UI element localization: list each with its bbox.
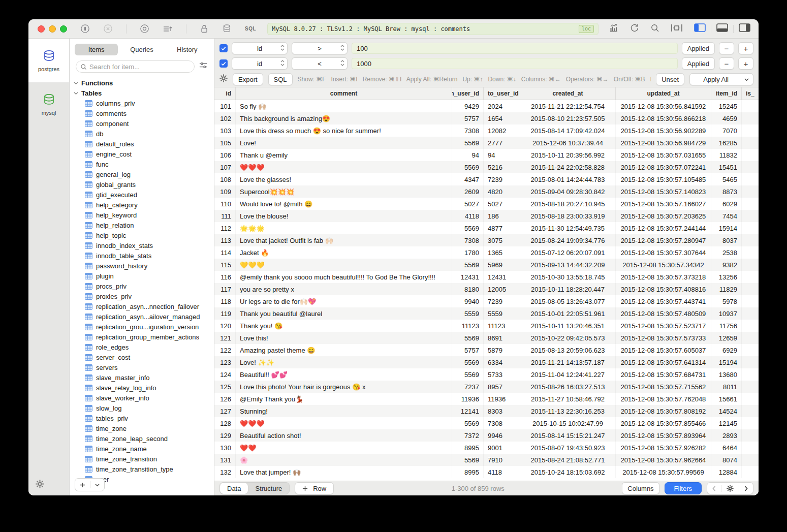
cell-to_user_id[interactable]: 1654 [484,112,520,124]
cell-from_user_id[interactable]: 9429 [452,100,484,112]
zoom-window-button[interactable] [60,25,67,33]
column-header-from_user_id[interactable]: from_user_id [452,87,484,100]
cell-from_user_id[interactable]: 7308 [452,124,484,137]
cell-is_[interactable] [742,210,759,222]
cell-id[interactable]: 107 [214,161,236,173]
cell-comment[interactable]: Love this! [236,332,452,344]
toggle-left-panel-icon[interactable] [694,23,706,34]
column-header-updated_at[interactable]: updated_at [616,87,711,100]
filter-settings-gear-icon[interactable] [219,74,228,84]
cell-id[interactable]: 113 [214,234,236,246]
sql-preview-button[interactable]: SQL [268,73,293,85]
cell-updated_at[interactable]: 2015-12-08 15:30:57.99569 [616,466,711,478]
cell-id[interactable]: 110 [214,198,236,210]
cell-from_user_id[interactable]: 11123 [452,320,484,332]
cell-updated_at[interactable]: 2015-12-08 15:30:57.244144 [616,222,711,234]
sidebar-table-slave_relay_log_info[interactable]: slave_relay_log_info [70,383,214,393]
cell-is_[interactable] [742,320,759,332]
sidebar-table-replication_asyn-ailover_managed[interactable]: replication_asyn...ailover_managed [70,311,214,322]
cell-updated_at[interactable]: 2015-12-08 15:30:57.072241 [616,161,711,173]
cell-is_[interactable] [742,112,759,124]
cell-item_id[interactable]: 8074 [711,454,742,466]
column-header-created_at[interactable]: created_at [520,87,616,100]
cell-created_at[interactable]: 2015-10-30 13:55:18.745 [520,271,616,283]
cell-comment[interactable]: Would love to! @mith 😄 [236,198,452,210]
sidebar-table-tables_priv[interactable]: tables_priv [70,413,214,423]
cell-id[interactable]: 101 [214,100,236,112]
cell-to_user_id[interactable]: 12431 [484,271,520,283]
add-item-chevron-icon[interactable] [90,483,104,487]
cell-updated_at[interactable]: 2015-12-08 15:30:57.523717 [616,320,711,332]
cell-is_[interactable] [742,100,759,112]
cell-to_user_id[interactable]: 3075 [484,234,520,246]
cell-is_[interactable] [742,429,759,442]
cell-is_[interactable] [742,417,759,429]
cell-id[interactable]: 118 [214,295,236,307]
cell-from_user_id[interactable]: 5757 [452,344,484,356]
cell-from_user_id[interactable]: 5569 [452,356,484,368]
cell-comment[interactable]: Supercool💥💥💥 [236,185,452,198]
remove-filter-button[interactable]: − [719,57,734,70]
table-row[interactable]: 125Love this photo! Your hair is gorgeou… [214,381,759,393]
connection-postgres[interactable]: postgres [28,39,69,82]
table-row[interactable]: 114Jacket 🔥178013652015-07-12 06:20:07.0… [214,246,759,259]
cell-item_id[interactable]: 4659 [711,112,742,124]
cell-to_user_id[interactable]: 5879 [484,344,520,356]
table-row[interactable]: 105Love!556927772015-12-06 10:37:39.4420… [214,137,759,149]
cell-created_at[interactable]: 2015-07-12 06:20:07.091 [520,246,616,259]
sidebar-table-replication_group_member_actions[interactable]: replication_group_member_actions [70,332,214,342]
structure-tab[interactable]: Structure [248,483,289,494]
cell-updated_at[interactable]: 2015-12-08 15:30:57.031655 [616,149,711,161]
cell-comment[interactable]: Thank you! 😘 [236,320,452,332]
cell-comment[interactable]: @Emily Thank you💃🏾 [236,393,452,405]
cell-from_user_id[interactable]: 12141 [452,405,484,417]
cell-from_user_id[interactable]: 7308 [452,234,484,246]
cell-to_user_id[interactable]: 2777 [484,137,520,149]
unset-button[interactable]: Unset [656,73,684,85]
cell-created_at[interactable]: 2015-11-30 12:54:49.735 [520,222,616,234]
filter-column-select[interactable]: id [232,57,288,70]
cell-is_[interactable] [742,246,759,259]
cell-comment[interactable]: Love this dress so much 😍 so nice for su… [236,124,452,137]
cell-id[interactable]: 120 [214,320,236,332]
next-page-icon[interactable] [739,483,753,494]
sidebar-table-engine_cost[interactable]: engine_cost [70,149,214,159]
sidebar-table-slave_worker_info[interactable]: slave_worker_info [70,393,214,403]
cell-from_user_id[interactable]: 8180 [452,283,484,295]
cell-created_at[interactable]: 2015-08-10 21:23:57.505 [520,112,616,124]
cell-to_user_id[interactable]: 8957 [484,381,520,393]
cell-updated_at[interactable]: 2015-12-08 15:30:57.408816 [616,283,711,295]
cell-is_[interactable] [742,161,759,173]
data-tab[interactable]: Data [220,483,248,494]
table-row[interactable]: 108Love the glasses!434772392015-08-01 1… [214,173,759,185]
cell-comment[interactable]: Ur legs are to die for🙌🏻💖 [236,295,452,307]
cell-is_[interactable] [742,295,759,307]
apply-all-button[interactable]: Apply All [689,73,753,85]
sidebar-table-gtid_executed[interactable]: gtid_executed [70,190,214,200]
cell-updated_at[interactable]: 2015-12-08 15:30:57.684731 [616,368,711,381]
cell-is_[interactable] [742,124,759,137]
sidebar-table-replication_asyn-nnection_failover[interactable]: replication_asyn...nnection_failover [70,301,214,311]
cell-id[interactable]: 123 [214,356,236,368]
cell-comment[interactable]: Amazing pastel theme 😄 [236,344,452,356]
cell-from_user_id[interactable]: 7372 [452,429,484,442]
table-row[interactable]: 129Beautiful action shot!737299462015-08… [214,429,759,442]
cell-item_id[interactable]: 15245 [711,100,742,112]
cell-id[interactable]: 121 [214,332,236,344]
close-window-button[interactable] [38,25,45,33]
cell-updated_at[interactable]: 2015-12-08 15:30:57.480509 [616,307,711,320]
cell-item_id[interactable]: 12884 [711,466,742,478]
cell-is_[interactable] [742,234,759,246]
cell-updated_at[interactable]: 2015-12-08 15:30:57.893964 [616,429,711,442]
cell-updated_at[interactable]: 2015-12-08 15:30:57.762048 [616,393,711,405]
cell-comment[interactable]: Love this photo! Your hair is gorgeous 😘… [236,381,452,393]
sidebar-table-slow_log[interactable]: slow_log [70,403,214,413]
sql-editor-icon[interactable]: SQL [245,26,256,32]
filter-applied-button[interactable]: Applied [682,42,715,54]
cell-created_at[interactable]: 2015-11-21 22:12:54.754 [520,100,616,112]
export-button[interactable]: Export [233,73,263,85]
cell-id[interactable]: 122 [214,344,236,356]
column-header-id[interactable]: id [214,87,236,100]
previous-page-icon[interactable] [707,483,721,494]
cell-to_user_id[interactable]: 1365 [484,246,520,259]
